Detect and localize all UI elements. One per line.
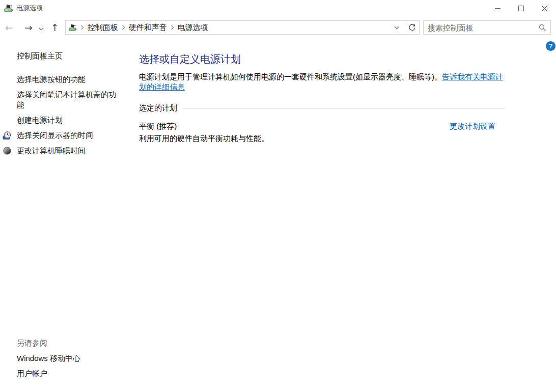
titlebar: 电源选项 [0,0,556,16]
address-dropdown-button[interactable] [391,25,403,30]
plan-row: 平衡 (推荐) 更改计划设置 [139,122,495,131]
sidebar-item-lid-close-function[interactable]: 选择关闭笔记本计算机盖的功能 [0,90,116,110]
section-divider [183,108,505,108]
up-icon: ↑ [51,22,59,33]
sidebar-item-label: 更改计算机睡眠时间 [17,146,86,155]
selected-plan-section-header: 选定的计划 [139,103,505,113]
display-clock-icon [3,131,12,140]
sidebar-item-control-panel-home[interactable]: 控制面板主页 [0,51,132,61]
sidebar-item-windows-mobility-center[interactable]: Windows 移动中心 [0,353,80,363]
close-button[interactable] [533,0,556,16]
address-bar[interactable]: 控制面板 硬件和声音 电源选项 [65,20,405,35]
sidebar-item-sleep-time[interactable]: 更改计算机睡眠时间 [0,146,116,156]
intro-text: 电源计划是用于管理计算机如何使用电源的一套硬件和系统设置(如显示器亮度、睡眠等)… [139,72,442,81]
sidebar-item-power-button-function[interactable]: 选择电源按钮的功能 [0,74,116,85]
recent-pages-button[interactable] [39,23,44,33]
minimize-icon [495,8,501,9]
sidebar-item-create-power-plan[interactable]: 创建电源计划 [0,115,116,125]
section-label: 选定的计划 [139,103,177,113]
window-controls [486,0,556,16]
back-button[interactable]: ← [5,23,13,33]
sidebar-item-user-accounts[interactable]: 用户帐户 [0,369,47,379]
refresh-icon [408,24,416,32]
forward-button[interactable]: → [24,23,33,33]
chevron-down-icon [39,27,44,31]
page-title: 选择或自定义电源计划 [139,53,507,65]
power-options-icon [4,4,13,13]
change-plan-settings-link[interactable]: 更改计划设置 [450,122,495,131]
help-icon: ? [549,43,553,49]
maximize-icon [518,6,524,11]
intro-paragraph: 电源计划是用于管理计算机如何使用电源的一套硬件和系统设置(如显示器亮度、睡眠等)… [139,72,507,92]
search-box [423,20,551,35]
content: 选择或自定义电源计划 电源计划是用于管理计算机如何使用电源的一套硬件和系统设置(… [132,39,507,392]
window-title: 电源选项 [16,4,43,13]
navigation-bar: ← → ↑ 控制面板 硬件和声音 [0,16,556,39]
sidebar-item-label: 选择关闭显示器的时间 [17,131,93,139]
minimize-button[interactable] [486,0,509,16]
plan-name: 平衡 (推荐) [139,122,177,131]
back-icon: ← [5,22,13,33]
refresh-button[interactable] [405,20,420,35]
search-input[interactable] [424,23,535,32]
breadcrumb-control-panel[interactable]: 控制面板 [88,23,118,33]
sidebar: 控制面板主页 选择电源按钮的功能 选择关闭笔记本计算机盖的功能 创建电源计划 选… [0,39,132,392]
breadcrumb-separator-icon [171,25,174,30]
search-icon [539,24,546,32]
breadcrumb-power-options[interactable]: 电源选项 [178,23,208,33]
up-button[interactable]: ↑ [51,23,59,33]
search-button[interactable] [535,21,550,34]
main-area: ? 控制面板主页 选择电源按钮的功能 选择关闭笔记本计算机盖的功能 创建电源计划… [0,39,556,392]
see-also-section: 另请参阅 Windows 移动中心 用户帐户 [0,338,132,384]
breadcrumb-hardware-sound[interactable]: 硬件和声音 [129,23,167,33]
maximize-button[interactable] [509,0,533,16]
power-options-window: 电源选项 ← → ↑ [0,0,556,392]
breadcrumb-separator-icon [122,25,125,30]
see-also-header: 另请参阅 [0,338,132,348]
help-button[interactable]: ? [546,41,555,51]
forward-icon: → [24,22,33,33]
sidebar-item-display-off-time[interactable]: 选择关闭显示器的时间 [0,130,116,141]
close-icon [541,5,548,12]
chevron-down-icon [394,25,400,30]
plan-description: 利用可用的硬件自动平衡功耗与性能。 [139,134,507,144]
sleep-moon-icon [3,146,12,155]
power-options-icon-small [69,23,77,32]
breadcrumb-separator-icon [80,25,84,30]
